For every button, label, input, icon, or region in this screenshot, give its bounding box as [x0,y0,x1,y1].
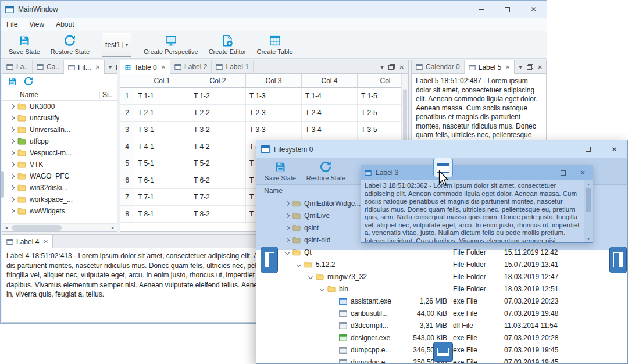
maximize-button[interactable] [575,140,601,158]
fs-tree-item[interactable]: d3dcompil...3,31 MiBdll File11.03.2014 1… [256,319,627,331]
table-cell[interactable]: T 6-1 [134,172,190,189]
table-row-header[interactable]: 2 [120,105,134,122]
chevron-right-icon[interactable] [10,162,15,167]
menu-item-view[interactable]: View [23,18,50,31]
tree-item[interactable]: UK3000 [2,101,117,112]
menu-item-about[interactable]: About [50,18,80,31]
scrollbar-thumb[interactable] [403,89,407,145]
table-cell[interactable]: T 4-2 [190,138,246,155]
undock-button[interactable] [388,64,395,70]
dock-close-button[interactable]: ✕ [538,64,543,70]
scrollbar-thumb[interactable] [12,225,62,231]
tab-label-4[interactable]: Label 4✕ [2,235,53,248]
table-column-header[interactable]: Col 2 [190,74,246,88]
table-row-header[interactable]: 7 [120,189,134,206]
fs-tree-item[interactable]: assistant.exe1,26 MiBexe File07.03.2019 … [256,295,627,307]
tree-item[interactable]: WAGO_PFC [2,170,117,182]
save-state-button[interactable]: Save State [4,32,45,58]
table-cell[interactable]: T 2-1 [134,105,190,122]
tab-calendar-0[interactable]: Calendar 0 [412,60,465,73]
table-cell[interactable]: T 6-2 [190,172,246,189]
table-cell[interactable]: T 4-1 [134,138,190,155]
chevron-down-icon[interactable] [297,262,301,266]
table-column-header[interactable]: Col 4 [302,74,358,88]
tree-item[interactable]: VTK [2,159,117,170]
tab-close-icon[interactable]: ✕ [505,64,510,70]
tree-item[interactable]: Vespucci-m... [2,147,117,159]
chevron-right-icon[interactable] [10,127,15,132]
column-header-size[interactable]: Si.. [99,91,117,99]
restore-state-icon-button[interactable] [22,76,35,87]
fs-tree-item[interactable]: mingw73_32File Folder18.03.2019 12:47 [256,270,627,283]
tab-label-1[interactable]: Label 1 [212,60,253,73]
table-cell[interactable]: T 2-3 [246,105,302,122]
table-cell[interactable]: T 1-3 [246,88,302,105]
tree-item[interactable]: utfcpp [2,135,117,147]
tab-label-2[interactable]: Label 2 [170,60,212,73]
tab-close-icon[interactable]: ✕ [95,64,100,70]
table-row-header[interactable]: 3 [120,122,134,138]
close-button[interactable]: ✕ [601,140,627,158]
main-titlebar[interactable]: MainWindow ✕ [1,1,547,18]
tab-la[interactable]: La.. [2,60,33,73]
filesystem-titlebar[interactable]: Filesystem 0 ✕ [256,140,627,158]
table-cell[interactable]: T 8-2 [190,206,246,223]
create-table-button[interactable]: Create Table [252,32,297,58]
drop-indicator-right[interactable] [609,247,627,273]
chevron-right-icon[interactable] [10,151,15,155]
table-cell[interactable]: T 2-4 [302,105,358,122]
table-column-header[interactable]: Col 1 [134,74,190,88]
tree-item[interactable]: UniversalIn... [2,124,117,135]
minimize-button[interactable] [468,1,494,18]
scroll-right-button[interactable]: ▸ [109,224,117,232]
scrollbar-track[interactable] [10,224,109,231]
dock-close-button[interactable]: ✕ [399,64,404,70]
column-header-name[interactable]: Name [2,91,99,99]
create-editor-button[interactable]: Create Editor [204,32,251,58]
table-cell[interactable]: T 7-2 [190,189,246,206]
restore-state-button[interactable]: Restore State [46,32,94,58]
chevron-right-icon[interactable] [10,104,15,109]
table-cell[interactable]: T 3-2 [190,122,246,138]
drop-indicator-bottom[interactable] [433,342,453,362]
chevron-right-icon[interactable] [10,197,15,202]
table-column-header[interactable]: Col [358,74,401,88]
table-cell[interactable]: T 1-1 [134,88,190,105]
table-row-header[interactable]: 4 [120,138,134,155]
close-button[interactable]: ✕ [520,1,547,18]
create-perspective-button[interactable]: Create Perspective [139,32,203,58]
minimize-button[interactable] [549,140,575,158]
chevron-right-icon[interactable] [10,209,15,213]
tab-list-dropdown-button[interactable]: ▾ [109,64,112,70]
table-row-header[interactable]: 1 [120,88,134,105]
table-cell[interactable]: T 2-5 [358,105,401,122]
scroll-left-button[interactable]: ◂ [2,224,10,232]
table-cell[interactable]: T 3-1 [134,122,190,138]
tree-item[interactable]: win32diski... [2,182,117,194]
fs-tree-item[interactable]: binFile Folder18.03.2019 12:51 [256,283,627,295]
chevron-down-icon[interactable] [308,274,313,279]
undock-button[interactable] [116,64,117,70]
tab-fil[interactable]: Fil...✕ [64,60,105,74]
tree-item[interactable]: workspace_... [2,194,117,205]
table-column-header[interactable]: Col 3 [246,74,302,88]
tree-item[interactable]: uncrustify [2,112,117,124]
tab-list-dropdown-button[interactable]: ▾ [381,64,384,70]
chevron-right-icon[interactable] [10,185,15,190]
tab-ca[interactable]: Ca.. [33,60,64,73]
save-state-icon-button[interactable] [6,76,19,87]
table-row-header[interactable]: 6 [120,172,134,189]
horizontal-scrollbar[interactable]: ◂ ▸ [2,223,117,231]
menu-item-file[interactable]: File [1,18,23,31]
drop-indicator-left[interactable] [261,247,278,273]
tab-label-5[interactable]: Label 5✕ [465,60,515,74]
autohide-tab[interactable] [1,171,4,198]
table-cell[interactable]: T 3-5 [358,122,401,138]
table-row-header[interactable]: 8 [120,206,134,223]
tab-close-icon[interactable]: ✕ [161,64,166,70]
chevron-down-icon[interactable] [320,286,324,291]
chevron-down-icon[interactable] [285,249,290,254]
perspective-combobox[interactable]: test1 ▾ [102,33,131,57]
maximize-button[interactable] [494,1,520,18]
table-cell[interactable]: T 7-1 [134,189,190,206]
